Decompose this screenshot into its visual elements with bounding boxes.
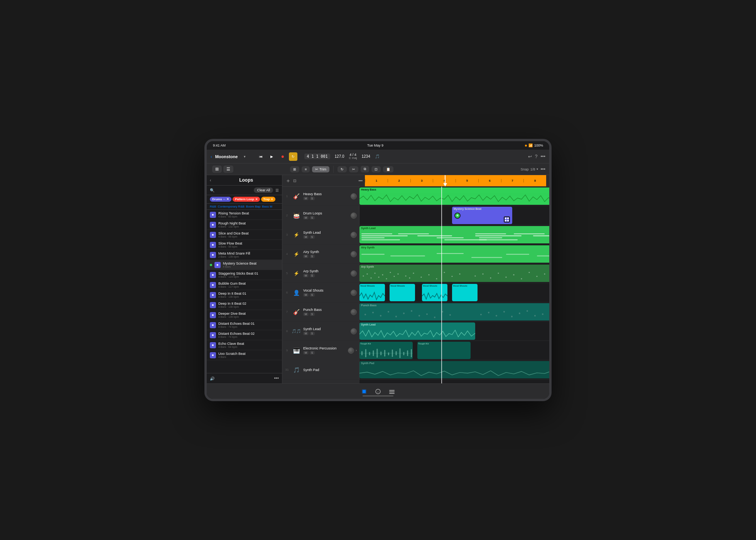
- solo-button-1[interactable]: S: [310, 197, 315, 200]
- track-list-button[interactable]: ≡: [302, 166, 310, 172]
- volume-knob-1[interactable]: [351, 193, 357, 199]
- list-view-button[interactable]: ☰: [223, 165, 233, 173]
- volume-knob-7[interactable]: [351, 309, 357, 315]
- tag-drums-x[interactable]: ✕: [226, 197, 229, 201]
- genre-boom-bap[interactable]: Boom Bap: [246, 205, 260, 208]
- add-clip-button[interactable]: +: [454, 213, 461, 219]
- volume-knob-4[interactable]: [351, 251, 357, 257]
- list-item[interactable]: ■ Echo Clave Beat 4 Bars · 64 bpm: [207, 340, 282, 350]
- list-item[interactable]: ■ Deep In It Beat 01 4 Bars · 130 bpm: [207, 290, 282, 300]
- tag-pattern-x[interactable]: ✕: [255, 198, 258, 201]
- trim-button[interactable]: ✂ Trim: [312, 166, 329, 172]
- clip-vocal-1[interactable]: Vocal Shouts: [359, 284, 385, 301]
- volume-knob-2[interactable]: [351, 213, 357, 219]
- clip-mystery-science[interactable]: Mystery Science Beat +: [452, 207, 512, 224]
- instrument-view-button[interactable]: ⊞: [290, 166, 299, 172]
- tag-trap[interactable]: Trap ✕: [261, 197, 276, 202]
- play-button[interactable]: ▶: [267, 152, 276, 161]
- volume-knob-3[interactable]: [351, 232, 357, 238]
- more-options-button[interactable]: •••: [540, 167, 545, 172]
- list-item[interactable]: ■ Deeper Dive Beat 4 Bars · 139 bpm: [207, 310, 282, 320]
- list-item[interactable]: ■ Distant Echoes Beat 02 8 Bars · 74 bpm: [207, 330, 282, 340]
- list-item[interactable]: ■ Slice and Dice Beat 4 Bars · 98 bpm: [207, 230, 282, 240]
- cut-button[interactable]: ✂: [349, 166, 358, 172]
- help-icon[interactable]: ?: [535, 154, 538, 159]
- genre-rnb[interactable]: R&B: [210, 205, 216, 208]
- list-item[interactable]: ■ Distant Echoes Beat 01 8 Bars · 74 bpm: [207, 320, 282, 330]
- clip-tough-kit-2[interactable]: Tough Kit: [417, 342, 471, 359]
- snap-value[interactable]: 1/8: [530, 167, 535, 171]
- track-more-icon[interactable]: •••: [358, 179, 363, 183]
- clip-arp-synth[interactable]: Arp Synth: [359, 265, 549, 282]
- genre-contemporary-rnb[interactable]: Contemporary R&B: [218, 205, 244, 208]
- snap-dropdown[interactable]: ▾: [537, 167, 538, 171]
- sidebar-more-button[interactable]: •••: [274, 376, 279, 381]
- solo-button-5[interactable]: S: [310, 274, 315, 277]
- solo-button-9[interactable]: S: [310, 351, 315, 354]
- list-item[interactable]: ■ Uoo Scratch Beat 4 Bars: [207, 350, 282, 360]
- tag-drums-remove[interactable]: ···: [223, 198, 225, 201]
- mute-button-7[interactable]: M: [303, 312, 309, 316]
- volume-knob-8[interactable]: [351, 328, 357, 334]
- add-track-button[interactable]: ＋: [285, 177, 291, 184]
- list-item[interactable]: ■ Bubble Gum Beat 4 Bars · 117 bpm: [207, 280, 282, 290]
- list-item[interactable]: ■ Staggering Sticks Beat 01 4 Bars · 123…: [207, 270, 282, 280]
- settings-icon[interactable]: •••: [540, 154, 545, 159]
- clip-tough-kit-1[interactable]: Tough Kit: [359, 342, 413, 359]
- bottom-loop-button[interactable]: [361, 388, 367, 395]
- list-item[interactable]: ■ Rising Tension Beat 4 Bars · 85 bpm: [207, 210, 282, 220]
- list-item[interactable]: ■ Slow Flow Beat 4 Bars · 95 bpm: [207, 240, 282, 250]
- clip-vocal-4[interactable]: Vocal Shouts: [452, 284, 478, 301]
- mute-button-5[interactable]: M: [303, 274, 309, 277]
- quantize-button[interactable]: ⧉: [361, 166, 369, 172]
- mute-button-8[interactable]: M: [303, 332, 309, 335]
- clip-heavy-bass-full[interactable]: Heavy Bass: [359, 187, 549, 205]
- clip-vocal-3[interactable]: Vocal Shouts: [422, 284, 447, 301]
- clip-punch-bass[interactable]: Punch Bass: [359, 303, 549, 321]
- loop-region-button[interactable]: ↻: [338, 166, 347, 172]
- list-item[interactable]: ■ Meta Mind Snare Fill 2 Bars · 139 bpm: [207, 250, 282, 260]
- clip-vocal-2[interactable]: Vocal Shouts: [390, 284, 415, 301]
- list-item[interactable]: ■ Deep In It Beat 02 4 Bars · 130 bpm: [207, 300, 282, 310]
- bottom-layout-button[interactable]: [389, 388, 395, 395]
- volume-knob-5[interactable]: [351, 270, 357, 277]
- tag-pattern-loop[interactable]: Pattern Loop ✕: [233, 197, 260, 202]
- clip-synth-lead-teal[interactable]: Synth Lead: [359, 322, 475, 340]
- mute-button-3[interactable]: M: [303, 235, 309, 239]
- copy-button[interactable]: ⊡: [371, 166, 381, 172]
- project-dropdown-icon[interactable]: ▾: [244, 155, 246, 159]
- mute-button-9[interactable]: M: [303, 351, 309, 354]
- loops-back-button[interactable]: ‹: [210, 178, 211, 182]
- solo-button-8[interactable]: S: [310, 332, 315, 335]
- list-item-playing[interactable]: ■ Mystery Science Beat 4 Bars: [207, 260, 282, 270]
- solo-button-2[interactable]: S: [310, 216, 315, 219]
- loop-button[interactable]: ↻: [289, 152, 297, 161]
- mute-button-4[interactable]: M: [303, 255, 309, 258]
- volume-knob-9[interactable]: [348, 348, 354, 354]
- track-expand-9[interactable]: ›: [356, 349, 357, 352]
- clear-all-button[interactable]: Clear All: [254, 187, 273, 193]
- mute-button-1[interactable]: M: [303, 197, 309, 200]
- volume-icon[interactable]: 🔊: [210, 376, 214, 381]
- track-view-icon[interactable]: ⊡: [293, 179, 296, 183]
- rewind-button[interactable]: ⏮: [256, 152, 265, 161]
- genre-bass-m[interactable]: Bass M: [262, 205, 272, 208]
- mute-button-6[interactable]: M: [303, 293, 309, 297]
- solo-button-3[interactable]: S: [310, 235, 315, 239]
- undo-icon[interactable]: ↩: [528, 154, 532, 159]
- back-button[interactable]: ‹: [211, 154, 212, 159]
- metronome-icon[interactable]: 🎵: [375, 154, 380, 159]
- solo-button-6[interactable]: S: [310, 293, 315, 297]
- record-button[interactable]: ⏺: [278, 152, 287, 161]
- tag-drums[interactable]: Drums ··· ✕: [210, 197, 231, 202]
- filter-icon[interactable]: ☰: [275, 188, 279, 192]
- clip-airy-synth[interactable]: Airy Synth: [359, 245, 549, 263]
- grid-view-button[interactable]: ⊞: [212, 165, 222, 173]
- paste-button[interactable]: 📋: [383, 166, 393, 172]
- volume-knob-6[interactable]: [351, 290, 357, 296]
- solo-button-7[interactable]: S: [310, 312, 315, 316]
- solo-button-4[interactable]: S: [310, 255, 315, 258]
- mute-button-2[interactable]: M: [303, 216, 309, 219]
- list-item[interactable]: ■ Rough Night Beat 4 Bars · 132 bpm: [207, 220, 282, 230]
- tag-trap-x[interactable]: ✕: [271, 198, 273, 201]
